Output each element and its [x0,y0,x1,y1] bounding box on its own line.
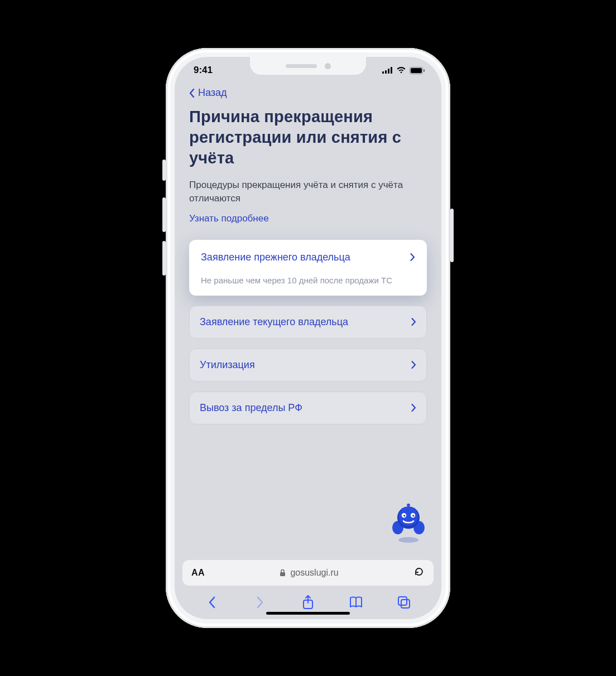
bookmarks-button[interactable] [345,591,367,614]
share-icon [302,595,314,610]
chevron-right-icon [411,361,416,369]
home-indicator[interactable] [266,612,350,615]
phone-screen: 9:41 [175,57,441,619]
svg-rect-21 [401,600,410,608]
lock-icon [280,569,286,577]
svg-rect-3 [391,67,392,74]
chevron-right-icon [411,404,416,412]
url-bar[interactable]: AA gosuslugi.ru [182,560,434,586]
battery-icon [410,67,425,74]
chevron-left-icon [208,596,216,609]
page-title: Причина прекращения регистрации или снят… [189,107,427,168]
speaker-grille [286,64,317,68]
option-label: Заявление текущего владельца [200,316,348,328]
option-note: Не раньше чем через 10 дней после продаж… [201,276,415,285]
chevron-right-icon [410,253,415,261]
svg-rect-6 [424,69,425,72]
url-domain: gosuslugi.ru [290,568,338,578]
nav-back-button[interactable] [201,591,223,614]
wifi-icon [396,67,406,74]
side-button-silent [162,160,166,181]
status-time: 9:41 [194,65,213,76]
text-size-button[interactable]: AA [191,568,205,578]
learn-more-link[interactable]: Узнать подробнее [189,213,269,224]
page-content: Назад Причина прекращения регистрации ил… [175,84,441,553]
assistant-robot-button[interactable] [391,503,426,543]
option-utilization[interactable]: Утилизация [189,349,427,382]
side-button-power [450,209,454,262]
option-label: Утилизация [200,359,255,371]
option-label: Вывоз за пределы РФ [200,402,302,414]
chevron-right-icon [256,596,264,609]
svg-point-14 [403,515,405,516]
option-current-owner[interactable]: Заявление текущего владельца [189,306,427,339]
phone-frame: 9:41 [166,48,450,628]
svg-rect-5 [411,68,422,73]
front-camera [325,63,331,69]
robot-icon [391,503,426,543]
option-export-abroad[interactable]: Вывоз за пределы РФ [189,392,427,424]
url-display: gosuslugi.ru [280,568,338,578]
side-button-vol-up [162,197,166,232]
status-icons [382,67,425,74]
svg-point-15 [412,515,414,516]
svg-rect-1 [385,70,387,74]
tabs-icon [397,596,411,609]
page-subtitle: Процедуры прекращения учёта и снятия с у… [189,178,427,205]
svg-rect-17 [408,506,409,508]
reload-icon [413,566,425,577]
side-button-vol-down [162,241,166,276]
svg-rect-20 [398,597,407,605]
svg-rect-0 [382,71,384,74]
svg-point-7 [398,537,418,543]
back-link[interactable]: Назад [189,87,227,99]
book-icon [349,596,363,609]
svg-rect-18 [280,572,285,576]
chevron-left-icon [189,89,195,98]
nav-forward-button [249,591,271,614]
notch [250,57,366,75]
cellular-icon [382,67,393,74]
reload-button[interactable] [413,566,425,580]
svg-rect-2 [388,69,389,74]
option-label: Заявление прежнего владельца [201,252,350,263]
back-label: Назад [198,87,227,99]
chevron-right-icon [411,318,416,326]
share-button[interactable] [297,591,319,614]
option-previous-owner[interactable]: Заявление прежнего владельца Не раньше ч… [189,240,427,296]
tabs-button[interactable] [393,591,415,614]
